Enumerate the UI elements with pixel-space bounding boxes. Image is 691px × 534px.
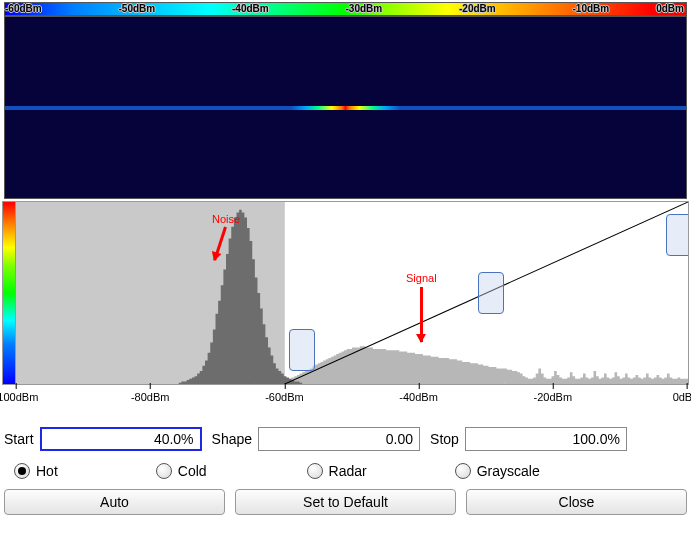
stop-label: Stop	[430, 431, 459, 447]
axis-tick: -20dBm	[534, 391, 573, 403]
axis-tick: -40dBm	[399, 391, 438, 403]
colorbar-tick: -10dBm	[573, 3, 610, 14]
axis-tick: -100dBm	[0, 391, 38, 403]
colorbar-tick: -60dBm	[5, 3, 42, 14]
start-input[interactable]	[40, 427, 202, 451]
radio-radar-label: Radar	[329, 463, 367, 479]
vertical-gradient	[2, 201, 16, 385]
colorbar-tick: -30dBm	[346, 3, 383, 14]
signal-arrow	[420, 287, 423, 342]
axis-tick: 0dBm	[673, 391, 691, 403]
radio-dot-icon	[455, 463, 471, 479]
curve-handle[interactable]	[666, 214, 689, 256]
close-button[interactable]: Close	[466, 489, 687, 515]
curve-handle[interactable]	[478, 272, 504, 314]
radio-grayscale[interactable]: Grayscale	[455, 463, 540, 479]
histogram-axis: -100dBm-80dBm-60dBm-40dBm-20dBm0dBm	[2, 391, 689, 415]
colorbar-tick: 0dBm	[656, 3, 684, 14]
axis-tick: -80dBm	[131, 391, 170, 403]
radio-radar[interactable]: Radar	[307, 463, 367, 479]
curve-handle[interactable]	[289, 329, 315, 371]
signal-label: Signal	[406, 272, 437, 284]
radio-hot[interactable]: Hot	[14, 463, 58, 479]
auto-button[interactable]: Auto	[4, 489, 225, 515]
axis-tick: -60dBm	[265, 391, 304, 403]
waterfall-display	[4, 16, 687, 199]
shape-input[interactable]	[258, 427, 420, 451]
noise-label: Noise	[212, 213, 240, 225]
histogram[interactable]: Noise Signal	[16, 201, 689, 385]
radio-dot-icon	[156, 463, 172, 479]
start-label: Start	[4, 431, 34, 447]
set-default-button[interactable]: Set to Default	[235, 489, 456, 515]
colorbar-tick: -40dBm	[232, 3, 269, 14]
radio-dot-icon	[14, 463, 30, 479]
colorbar: -60dBm-50dBm-40dBm-30dBm-20dBm-10dBm0dBm	[4, 2, 687, 16]
radio-hot-label: Hot	[36, 463, 58, 479]
colorbar-tick: -20dBm	[459, 3, 496, 14]
radio-cold-label: Cold	[178, 463, 207, 479]
shape-label: Shape	[212, 431, 252, 447]
radio-cold[interactable]: Cold	[156, 463, 207, 479]
radio-dot-icon	[307, 463, 323, 479]
waterfall-trace	[5, 106, 686, 110]
colorbar-tick: -50dBm	[119, 3, 156, 14]
radio-grayscale-label: Grayscale	[477, 463, 540, 479]
stop-input[interactable]	[465, 427, 627, 451]
